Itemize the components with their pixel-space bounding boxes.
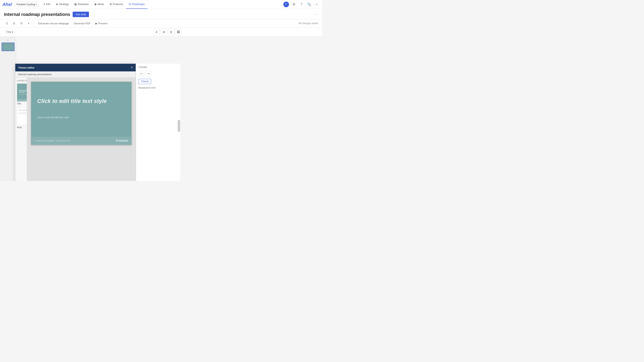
- layout-sub-text: Click to edit sub-title: [19, 94, 27, 95]
- table-format-button[interactable]: ⊟: [168, 29, 174, 35]
- nav-item-ideas[interactable]: ◉ Ideas: [92, 0, 107, 9]
- duplicate-format-button[interactable]: ⧉: [160, 29, 167, 35]
- nav-item-info[interactable]: ℹ Info: [41, 0, 53, 9]
- body-layout-title-text: Click to edit title text style: [19, 109, 27, 111]
- nav-label-info: Info: [46, 2, 50, 6]
- top-nav: Aha! Fredwin Cycling ▾ ℹ Info ◈ Strategy…: [0, 0, 322, 9]
- generate-pdf-label: Generate PDF: [74, 22, 90, 25]
- slide-title[interactable]: Click to edit title text style: [37, 98, 126, 104]
- body-layout-sub-text: Click to edit body text style: [19, 113, 27, 114]
- layout-footer: © Fredwin Technologies Fredwin: [17, 99, 27, 101]
- more-options-button[interactable]: ···: [314, 12, 318, 16]
- theme-editor-header: Theme editor ×: [15, 64, 136, 71]
- workspace-name: Fredwin Cycling: [16, 3, 35, 6]
- slide-thumbnail[interactable]: [2, 43, 14, 51]
- redo-button[interactable]: ↪: [146, 71, 151, 76]
- theme-panel: THEME ↩ ↪ Theme Background color Custom:…: [136, 63, 180, 181]
- layout-item-body[interactable]: Click to edit title text style Click to …: [17, 107, 25, 128]
- layout-item-title[interactable]: Click to edit titletext style Click to e…: [17, 83, 25, 105]
- strategy-icon: ◈: [56, 2, 58, 6]
- nav-items: ℹ Info ◈ Strategy ▦ Releases ◉ Ideas ⊞ F…: [41, 0, 282, 9]
- present-icon: ▶: [96, 22, 98, 25]
- generate-webpage-button[interactable]: Generate secure webpage: [36, 21, 70, 26]
- undo-button[interactable]: ↩: [138, 71, 144, 76]
- nav-label-features: Features: [113, 2, 123, 6]
- workspace-selector[interactable]: Fredwin Cycling ▾: [15, 2, 39, 7]
- chevron-settings-icon[interactable]: ▾: [26, 20, 32, 26]
- slide-footer-right: Fredwin: [116, 139, 128, 143]
- nav-label-strategy: Strategy: [59, 2, 69, 6]
- roadmaps-icon: ⊟: [129, 2, 131, 6]
- layouts-panel: LAYOUTS Click to edit titletext style Cl…: [15, 78, 27, 181]
- generate-webpage-label: Generate secure webpage: [38, 22, 69, 25]
- main-content: 1 Theme editor × Internal roadmap presen…: [0, 37, 322, 181]
- theme-editor-title: Theme editor: [18, 66, 34, 69]
- scroll-indicator: [178, 120, 180, 132]
- theme-panel-header: THEME: [138, 66, 178, 68]
- body-layout-thumb: Click to edit title text style Click to …: [17, 107, 27, 125]
- info-icon: ℹ: [44, 2, 45, 6]
- theme-editor-overlay: Theme editor × Internal roadmap presenta…: [15, 63, 322, 181]
- layout-title-text: Click to edit titletext style: [19, 90, 27, 93]
- present-label: Present: [98, 22, 108, 25]
- zoom-value: 73%: [6, 30, 11, 33]
- nav-item-releases[interactable]: ▦ Releases: [72, 0, 91, 9]
- settings-icon[interactable]: ⚙: [291, 1, 297, 7]
- text-format-button[interactable]: A: [153, 29, 160, 35]
- image-format-button[interactable]: 🖼: [175, 29, 182, 35]
- chevron-down-icon: ▾: [36, 3, 37, 5]
- nav-label-releases: Releases: [78, 2, 88, 6]
- background-color-label: Background color: [138, 86, 178, 89]
- theme-panel-actions: ↩ ↪: [138, 71, 178, 76]
- title-layout-thumb: Click to edit titletext style Click to e…: [17, 83, 27, 102]
- features-icon: ⊞: [110, 2, 112, 6]
- theme-editor: Theme editor × Internal roadmap presenta…: [15, 63, 136, 181]
- grid-view-icon[interactable]: ⊞: [11, 20, 17, 26]
- nav-label-roadmaps: Roadmaps: [132, 2, 145, 6]
- present-button[interactable]: ▶ Present: [94, 21, 109, 26]
- slide-footer: © Fredwin Technologies — Internal use on…: [31, 137, 132, 145]
- toolbar: ☰ ⊞ ⚙ ▾ Generate secure webpage Generate…: [0, 19, 322, 27]
- theme-tab-row: Theme: [138, 79, 178, 84]
- zoom-selector[interactable]: 73% ▾: [4, 30, 15, 34]
- ideas-icon: ◉: [94, 2, 96, 6]
- settings-icon[interactable]: ⚙: [18, 20, 24, 26]
- layout-title-name: Title: [17, 102, 25, 105]
- add-slide-button[interactable]: Add slide: [73, 12, 89, 17]
- preview-area: Click to edit title text style Click to …: [27, 78, 136, 181]
- layout-body-name: Body: [17, 126, 25, 128]
- slide-footer-left: © Fredwin Technologies — Internal use on…: [34, 140, 70, 142]
- search-icon[interactable]: 🔍: [306, 1, 312, 7]
- page-header: Internal roadmap presentations Add slide…: [0, 9, 322, 19]
- nav-item-strategy[interactable]: ◈ Strategy: [53, 0, 72, 9]
- avatar[interactable]: F: [283, 1, 289, 7]
- zoom-chevron-icon: ▾: [12, 30, 13, 33]
- generate-pdf-button[interactable]: Generate PDF: [72, 21, 92, 26]
- nav-label-ideas: Ideas: [98, 2, 104, 6]
- page-title: Internal roadmap presentations: [4, 12, 70, 17]
- nav-item-features[interactable]: ⊞ Features: [107, 0, 126, 9]
- layouts-label: LAYOUTS: [17, 80, 25, 82]
- slide-number: 1: [2, 39, 14, 41]
- theme-editor-close-button[interactable]: ×: [131, 66, 133, 69]
- theme-editor-body: LAYOUTS Click to edit titletext style Cl…: [15, 78, 136, 181]
- nav-item-roadmaps[interactable]: ⊟ Roadmaps: [126, 0, 148, 9]
- nav-right: F ⚙ ? 🔍 ＋: [283, 1, 320, 7]
- slide-subtitle[interactable]: Click to edit sub-title text style: [37, 116, 69, 119]
- list-view-icon[interactable]: ☰: [4, 20, 10, 26]
- add-icon[interactable]: ＋: [314, 1, 320, 7]
- logo[interactable]: Aha!: [2, 2, 12, 7]
- releases-icon: ▦: [74, 2, 77, 6]
- slide-preview[interactable]: Click to edit title text style Click to …: [31, 82, 132, 145]
- theme-editor-subtitle: Internal roadmap presentations: [15, 71, 136, 78]
- theme-tab[interactable]: Theme: [138, 79, 151, 84]
- help-icon[interactable]: ?: [299, 1, 304, 7]
- separator: [34, 21, 34, 25]
- save-status: All changes saved: [298, 22, 318, 25]
- slide-panel: 1: [0, 37, 16, 181]
